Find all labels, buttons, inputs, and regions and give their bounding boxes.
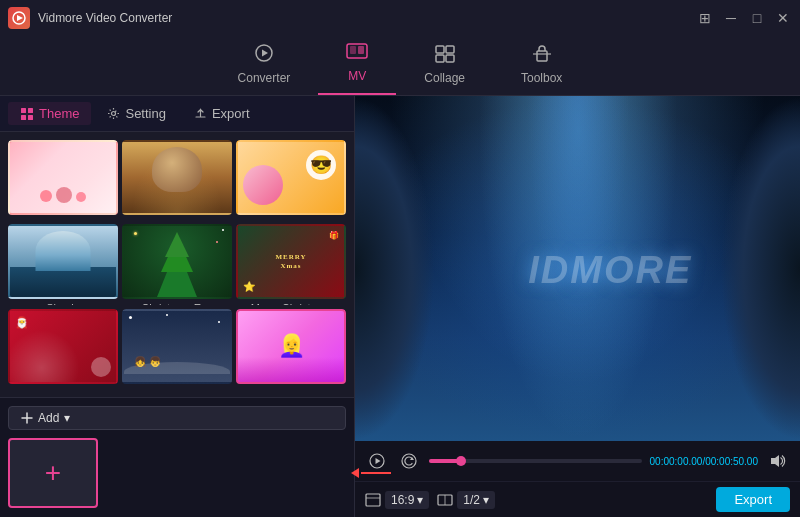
toolbox-label: Toolbox [521, 71, 562, 85]
theme-neat-thumb [122, 140, 232, 215]
svg-rect-10 [446, 55, 454, 62]
svg-rect-13 [21, 108, 26, 113]
preview-area: IDMORE [355, 96, 800, 441]
converter-icon [254, 43, 274, 68]
theme-merry-christmas-label: Merry Christmas [236, 299, 346, 304]
theme-tab-icon [20, 107, 34, 121]
screen-icon [437, 494, 453, 506]
nav-mv[interactable]: MV [318, 37, 396, 95]
app-title: Vidmore Video Converter [38, 11, 172, 25]
title-bar-controls: ⊞ ─ □ ✕ [696, 9, 792, 27]
ratio-control: 16:9 ▾ [365, 491, 429, 509]
theme-neat[interactable]: Neat [122, 140, 232, 220]
media-add-placeholder[interactable]: + [8, 438, 98, 508]
progress-bar[interactable] [429, 459, 642, 463]
theme-simple-label: Simple [8, 299, 118, 304]
svg-rect-5 [350, 46, 356, 54]
ratio-dropdown[interactable]: 16:9 ▾ [385, 491, 429, 509]
preview-watermark: IDMORE [528, 245, 692, 293]
theme-happy[interactable]: 😎 Happy [236, 140, 346, 220]
nav-collage[interactable]: Collage [396, 39, 493, 95]
theme-merry-christmas[interactable]: MERRY Xmas ⭐ 🎁 Merry Christmas [236, 224, 346, 304]
svg-rect-7 [436, 46, 444, 53]
arrow-line [361, 472, 391, 474]
theme-snowy-night-label: Snowy Night [122, 384, 232, 389]
svg-rect-9 [436, 55, 444, 62]
theme-simple[interactable]: Simple [8, 224, 118, 304]
mv-icon [346, 43, 368, 66]
add-button[interactable]: Add ▾ [8, 406, 346, 430]
svg-rect-8 [446, 46, 454, 53]
collage-label: Collage [424, 71, 465, 85]
export-tab-icon [194, 107, 207, 120]
toolbox-icon [532, 45, 552, 68]
theme-happy-thumb: 😎 [236, 140, 346, 215]
svg-point-22 [402, 454, 416, 468]
export-button[interactable]: Export [716, 487, 790, 512]
theme-chic-thumb [8, 140, 118, 215]
time-display: 00:00:00.00/00:00:50.00 [650, 456, 758, 467]
app-logo [8, 7, 30, 29]
nav-bar: Converter MV Collage [0, 36, 800, 96]
sub-tab-setting[interactable]: Setting [95, 102, 177, 125]
theme-snowy-night[interactable]: 👧 👦 Snowy Night [122, 309, 232, 389]
add-label: Add [38, 411, 59, 425]
theme-happy-label: Happy [236, 215, 346, 220]
theme-christmas-eve-label: Christmas Eve [122, 299, 232, 304]
svg-marker-1 [17, 15, 23, 21]
theme-santa-claus[interactable]: 🎅 Santa Claus [8, 309, 118, 389]
nav-toolbox[interactable]: Toolbox [493, 39, 590, 95]
title-bar: Vidmore Video Converter ⊞ ─ □ ✕ [0, 0, 800, 36]
arrow-indicator [351, 468, 391, 478]
theme-stripes-waves[interactable]: 👱‍♀️ Stripes & Waves [236, 309, 346, 389]
progress-dot [456, 456, 466, 466]
svg-rect-14 [28, 108, 33, 113]
screen-dropdown-icon: ▾ [483, 493, 489, 507]
theme-santa-claus-label: Santa Claus [8, 384, 118, 389]
nav-converter[interactable]: Converter [210, 37, 319, 95]
ratio-icon [365, 493, 381, 507]
theme-stripes-waves-thumb: 👱‍♀️ [236, 309, 346, 384]
theme-christmas-eve-thumb [122, 224, 232, 299]
setting-tab-label: Setting [125, 106, 165, 121]
collage-icon [435, 45, 455, 68]
svg-rect-25 [366, 494, 380, 506]
theme-tab-label: Theme [39, 106, 79, 121]
screen-value: 1/2 [463, 493, 480, 507]
left-panel: Theme Setting Export [0, 96, 355, 517]
arrow-head [351, 468, 359, 478]
theme-stripes-waves-label: Stripes & Waves [236, 384, 346, 389]
mv-label: MV [348, 69, 366, 83]
sub-tab-theme[interactable]: Theme [8, 102, 91, 125]
theme-chic-label: Chic [8, 215, 118, 220]
maximize-button[interactable]: □ [748, 9, 766, 27]
ratio-dropdown-icon: ▾ [417, 493, 423, 507]
volume-button[interactable] [766, 449, 790, 473]
rewind-button[interactable] [397, 449, 421, 473]
theme-chic[interactable]: Chic [8, 140, 118, 220]
sub-tabs: Theme Setting Export [0, 96, 354, 132]
export-tab-label: Export [212, 106, 250, 121]
windows-button[interactable]: ⊞ [696, 9, 714, 27]
svg-rect-11 [537, 51, 547, 61]
setting-tab-icon [107, 107, 120, 120]
player-controls: 00:00:00.00/00:00:50.00 [355, 441, 800, 481]
sub-tab-export[interactable]: Export [182, 102, 262, 125]
add-icon [21, 412, 33, 424]
theme-neat-label: Neat [122, 215, 232, 220]
screen-dropdown[interactable]: 1/2 ▾ [457, 491, 495, 509]
add-dropdown-icon: ▾ [64, 411, 70, 425]
svg-point-17 [112, 112, 116, 116]
svg-marker-24 [771, 455, 779, 467]
left-bottom: Add ▾ + [0, 397, 354, 517]
theme-christmas-eve[interactable]: Christmas Eve [122, 224, 232, 304]
screen-control: 1/2 ▾ [437, 491, 495, 509]
svg-rect-15 [21, 115, 26, 120]
svg-marker-21 [376, 458, 381, 464]
svg-rect-6 [358, 46, 364, 54]
media-plus-icon: + [45, 459, 61, 487]
theme-grid: Chic Neat 😎 Happy [0, 132, 354, 397]
right-panel: IDMORE 00:00:00.00/0 [355, 96, 800, 517]
minimize-button[interactable]: ─ [722, 9, 740, 27]
close-button[interactable]: ✕ [774, 9, 792, 27]
